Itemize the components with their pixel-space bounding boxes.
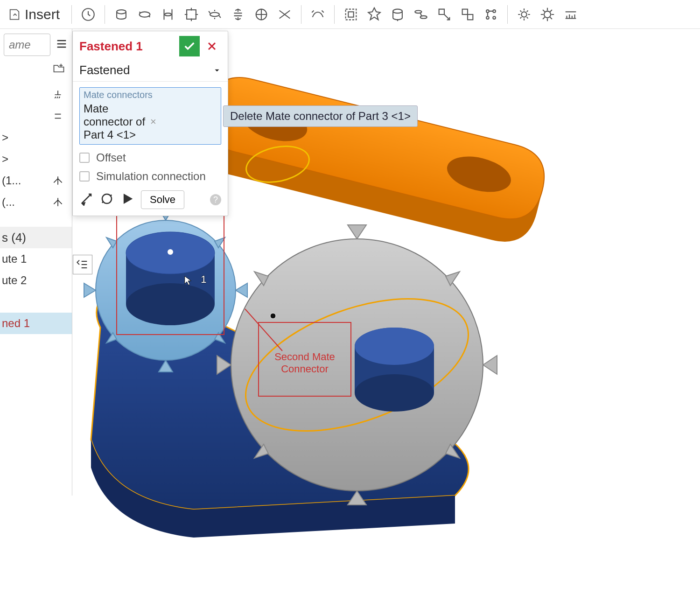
svg-point-18 xyxy=(521,12,526,17)
add-folder-icon[interactable] xyxy=(52,62,65,77)
fastened-mate-icon[interactable] xyxy=(112,5,131,24)
svg-point-1 xyxy=(117,10,126,14)
svg-point-9 xyxy=(393,9,402,13)
mate-item[interactable]: ute 1 xyxy=(0,248,72,270)
svg-point-17 xyxy=(493,16,496,19)
gear-relation-icon[interactable] xyxy=(411,5,431,24)
group-icon[interactable] xyxy=(341,5,361,24)
svg-point-14 xyxy=(486,10,489,13)
solve-button[interactable]: Solve xyxy=(141,190,184,209)
mate-type-label: Fastened xyxy=(79,63,213,77)
mates-folder-label: s (4) xyxy=(2,231,26,245)
feature-tree-sidebar: > > (1... (... s (4) ute 1 ute 2 ned 1 xyxy=(0,29,72,496)
flip-primary-axis-button[interactable] xyxy=(79,192,93,208)
remove-selection-button[interactable]: × xyxy=(148,116,217,128)
mate-item-label: ned 1 xyxy=(2,317,30,330)
mate-connector-selection: Mate connector of Part 4 <1> xyxy=(84,102,148,141)
toolbar-separator xyxy=(71,5,72,24)
svg-point-25 xyxy=(126,283,215,325)
mate-type-dropdown[interactable]: Fastened xyxy=(73,59,228,82)
svg-point-15 xyxy=(493,10,496,13)
linear-pattern-icon[interactable] xyxy=(481,5,501,24)
simulation-checkbox-row[interactable]: Simulation connection xyxy=(73,167,228,186)
dialog-confirm-button[interactable] xyxy=(179,36,200,56)
svg-rect-7 xyxy=(346,9,357,20)
svg-rect-12 xyxy=(462,9,468,14)
relation-icon[interactable] xyxy=(388,5,407,24)
mate-connector-icon[interactable] xyxy=(364,5,384,24)
svg-point-36 xyxy=(102,194,112,203)
list-view-icon[interactable] xyxy=(55,37,68,52)
toolbar-separator xyxy=(507,5,508,24)
check-icon xyxy=(183,40,196,53)
toolbar-separator xyxy=(105,5,105,24)
dialog-cancel-button[interactable] xyxy=(203,37,221,56)
toolbar-separator xyxy=(301,5,301,24)
rack-pinion-icon[interactable] xyxy=(434,5,454,24)
svg-point-27 xyxy=(168,249,173,255)
snap-icon[interactable] xyxy=(561,5,581,24)
parallel-mate-icon[interactable] xyxy=(275,5,294,24)
tree-item-part[interactable]: > xyxy=(0,148,72,170)
mates-folder-header[interactable]: s (4) xyxy=(0,227,72,248)
tree-item-origin[interactable] xyxy=(0,84,72,105)
slider-mate-icon[interactable] xyxy=(158,5,178,24)
revolute-mate-icon[interactable] xyxy=(135,5,154,24)
mate-item[interactable] xyxy=(0,291,72,313)
mate-item-selected[interactable]: ned 1 xyxy=(0,313,72,334)
tree-item-instance[interactable]: (1... xyxy=(0,170,72,191)
offset-checkbox[interactable] xyxy=(79,153,90,163)
animate-button[interactable] xyxy=(120,192,134,208)
mate-connector-icon xyxy=(49,172,66,189)
tree-item-part[interactable]: > xyxy=(0,127,72,148)
screw-relation-icon[interactable] xyxy=(458,5,477,24)
planar-mate-icon[interactable] xyxy=(182,5,201,24)
offset-label: Offset xyxy=(96,151,126,164)
svg-point-5 xyxy=(210,12,219,16)
insert-label: Insert xyxy=(25,7,60,22)
feature-tree: > > (1... (... s (4) ute 1 ute 2 ned 1 xyxy=(0,81,72,334)
svg-point-10 xyxy=(415,10,421,13)
history-icon[interactable] xyxy=(78,5,98,24)
tree-item-label: (... xyxy=(2,196,49,209)
delete-tooltip: Delete Mate connector of Part 3 <1> xyxy=(223,105,418,127)
cursor-indicator: 1 xyxy=(183,275,206,288)
svg-point-2 xyxy=(140,12,150,17)
svg-point-31 xyxy=(355,328,434,365)
cursor-count: 1 xyxy=(201,273,206,285)
tooltip-text: Delete Mate connector of Part 3 <1> xyxy=(230,110,411,122)
simulation-label: Simulation connection xyxy=(96,170,206,183)
named-position-icon[interactable] xyxy=(538,5,557,24)
mate-item-label: ute 1 xyxy=(2,252,27,266)
svg-point-19 xyxy=(544,11,551,17)
replicate-icon[interactable] xyxy=(514,5,534,24)
tree-item-part[interactable] xyxy=(0,105,72,127)
mate-connectors-field[interactable]: Mate connectors Mate connector of Part 4… xyxy=(79,87,221,145)
svg-point-34 xyxy=(270,313,276,319)
simulation-checkbox[interactable] xyxy=(79,171,90,182)
fixed-icon xyxy=(49,108,66,125)
mate-connector-icon xyxy=(49,194,66,210)
mate-connectors-label: Mate connectors xyxy=(84,90,217,100)
help-icon[interactable]: ? xyxy=(210,194,221,205)
mate-item[interactable]: ute 2 xyxy=(0,270,72,291)
tree-item-label: (1... xyxy=(2,174,49,187)
ball-mate-icon[interactable] xyxy=(252,5,271,24)
svg-rect-4 xyxy=(187,10,196,19)
collapse-tree-icon[interactable] xyxy=(73,255,92,274)
svg-rect-13 xyxy=(468,14,473,20)
tangent-mate-icon[interactable] xyxy=(308,5,328,24)
insert-button[interactable]: Insert xyxy=(3,4,65,25)
svg-point-16 xyxy=(486,16,489,19)
svg-rect-8 xyxy=(348,12,353,17)
annotation-label-2: Second Mate Connector xyxy=(267,351,342,375)
tree-item-instance[interactable]: (... xyxy=(0,191,72,213)
tree-search-input[interactable] xyxy=(4,34,50,56)
offset-checkbox-row[interactable]: Offset xyxy=(73,148,228,167)
reorient-secondary-axis-button[interactable] xyxy=(100,192,114,208)
chevron-down-icon xyxy=(213,66,221,75)
cylindrical-mate-icon[interactable] xyxy=(205,5,224,24)
dialog-title: Fastened 1 xyxy=(79,39,179,54)
mate-dialog: Fastened 1 Fastened Mate connectors Mate… xyxy=(72,31,228,216)
pin-slot-mate-icon[interactable] xyxy=(228,5,248,24)
